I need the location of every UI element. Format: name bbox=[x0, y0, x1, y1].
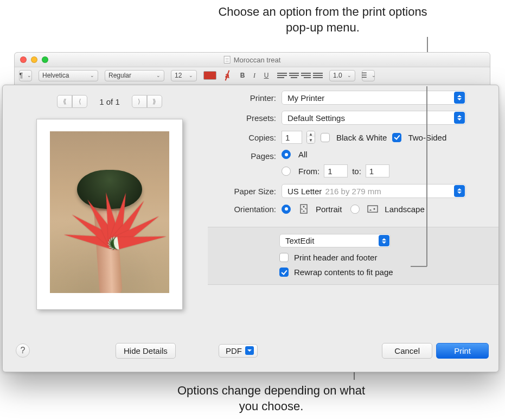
orientation-portrait-radio[interactable] bbox=[282, 205, 291, 214]
document-title: Moroccan treat bbox=[224, 56, 281, 64]
document-icon bbox=[224, 56, 231, 63]
last-page-button[interactable]: ⟫ bbox=[147, 95, 162, 108]
orientation-landscape-option[interactable]: Landscape bbox=[350, 204, 424, 214]
italic-button[interactable]: I bbox=[250, 72, 259, 80]
chevron-updown-icon: ⌄ bbox=[347, 73, 351, 78]
black-white-checkbox[interactable] bbox=[321, 133, 330, 142]
next-page-button[interactable]: ⟩ bbox=[132, 95, 147, 108]
pages-all-label: All bbox=[298, 150, 308, 159]
copies-stepper[interactable]: ▲▼ bbox=[306, 131, 315, 144]
text-format-buttons: B I U bbox=[238, 72, 271, 80]
print-options-value: TextEdit bbox=[285, 236, 314, 245]
preview-document-photo bbox=[50, 131, 169, 293]
align-right-button[interactable] bbox=[301, 72, 311, 79]
font-style-dropdown[interactable]: Regular ⌄ bbox=[105, 70, 164, 81]
orientation-landscape-label: Landscape bbox=[385, 205, 424, 214]
preview-pane: ⟪ ⟨ 1 of 1 ⟩ ⟫ bbox=[3, 85, 208, 328]
line-spacing-value: 1.0 bbox=[333, 72, 342, 79]
font-family-dropdown[interactable]: Helvetica ⌄ bbox=[39, 70, 98, 81]
align-center-button[interactable] bbox=[289, 72, 299, 79]
pages-from-label: From: bbox=[298, 167, 319, 176]
chevron-down-icon: ⌄ bbox=[372, 73, 376, 78]
header-footer-checkbox[interactable] bbox=[279, 253, 289, 262]
close-window-button[interactable] bbox=[20, 56, 27, 63]
paper-size-dimensions: 216 by 279 mm bbox=[325, 187, 381, 196]
presets-popup[interactable]: Default Settings bbox=[282, 111, 466, 125]
popup-arrows-icon bbox=[454, 112, 465, 124]
prev-page-button[interactable]: ⟨ bbox=[72, 95, 87, 108]
svg-rect-2 bbox=[368, 206, 378, 212]
underline-button[interactable]: U bbox=[262, 72, 271, 80]
font-size-dropdown[interactable]: 12 ⌄ bbox=[171, 70, 197, 81]
svg-point-1 bbox=[303, 206, 305, 208]
print-dialog: ⟪ ⟨ 1 of 1 ⟩ ⟫ bbox=[2, 85, 499, 372]
editor-toolbar: ¶ ⌄ Helvetica ⌄ Regular ⌄ 12 ⌄ a B I U bbox=[15, 67, 490, 84]
paragraph-style-dropdown[interactable]: ¶ ⌄ bbox=[19, 70, 32, 81]
callout-leader-top-extension bbox=[426, 86, 427, 266]
pages-all-radio[interactable] bbox=[282, 150, 291, 159]
paper-size-popup[interactable]: US Letter 216 by 279 mm bbox=[282, 184, 466, 198]
text-color-well[interactable] bbox=[203, 71, 216, 80]
header-footer-label: Print header and footer bbox=[294, 253, 377, 262]
zoom-window-button[interactable] bbox=[42, 56, 48, 63]
chevron-down-icon: ⌄ bbox=[27, 73, 31, 78]
printer-label: Printer: bbox=[208, 93, 282, 103]
hide-details-button[interactable]: Hide Details bbox=[116, 343, 176, 359]
alignment-buttons bbox=[277, 72, 323, 79]
portrait-icon bbox=[298, 204, 309, 214]
align-justify-button[interactable] bbox=[313, 72, 323, 79]
first-page-button[interactable]: ⟪ bbox=[57, 95, 72, 108]
print-options-popup[interactable]: TextEdit bbox=[279, 234, 391, 247]
rewrap-option[interactable]: Rewrap contents to fit page bbox=[279, 268, 498, 277]
chevron-updown-icon: ⌄ bbox=[156, 73, 161, 78]
bold-button[interactable]: B bbox=[238, 72, 247, 80]
copies-label: Copies: bbox=[208, 133, 282, 142]
pages-range-option[interactable]: From: 1 to: 1 bbox=[282, 164, 389, 177]
list-style-dropdown[interactable]: ☰ ⌄ bbox=[362, 70, 375, 81]
callout-leader-top-h bbox=[411, 266, 427, 267]
rewrap-label: Rewrap contents to fit page bbox=[294, 268, 393, 277]
window-controls bbox=[15, 56, 48, 63]
orientation-landscape-radio[interactable] bbox=[350, 205, 360, 214]
pages-all-option[interactable]: All bbox=[282, 150, 308, 159]
print-button[interactable]: Print bbox=[436, 343, 489, 359]
line-spacing-dropdown[interactable]: 1.0 ⌄ bbox=[329, 70, 355, 81]
pages-to-field[interactable]: 1 bbox=[366, 164, 389, 177]
document-title-text: Moroccan treat bbox=[234, 56, 281, 64]
list-icon: ☰ bbox=[361, 72, 367, 79]
print-settings-pane: Printer: My Printer Presets: Default Set… bbox=[208, 85, 498, 328]
help-button[interactable]: ? bbox=[16, 343, 30, 358]
highlight-color-button[interactable]: a bbox=[223, 71, 232, 80]
pages-to-label: to: bbox=[352, 167, 361, 176]
pages-from-radio[interactable] bbox=[282, 167, 291, 176]
two-sided-option[interactable]: Two-Sided bbox=[392, 133, 446, 142]
popup-arrows-icon bbox=[454, 185, 465, 197]
orientation-portrait-option[interactable]: Portrait bbox=[282, 204, 342, 214]
chevron-down-icon: ⌄ bbox=[189, 73, 193, 78]
dialog-footer: ? Hide Details PDF Cancel Print bbox=[3, 328, 498, 372]
pages-label: Pages: bbox=[208, 150, 282, 161]
paper-size-label: Paper Size: bbox=[208, 187, 282, 196]
font-style-value: Regular bbox=[108, 72, 131, 79]
print-preview-page bbox=[36, 119, 183, 310]
printer-value: My Printer bbox=[287, 93, 324, 103]
minimize-window-button[interactable] bbox=[31, 56, 37, 63]
two-sided-checkbox[interactable] bbox=[392, 133, 401, 142]
orientation-portrait-label: Portrait bbox=[316, 205, 342, 214]
presets-value: Default Settings bbox=[287, 113, 345, 123]
printer-popup[interactable]: My Printer bbox=[282, 91, 466, 105]
pages-from-field[interactable]: 1 bbox=[324, 164, 348, 177]
pdf-menu-button[interactable]: PDF bbox=[219, 344, 258, 358]
header-footer-option[interactable]: Print header and footer bbox=[279, 253, 498, 262]
print-options-panel: TextEdit Print header and footer Rewrap … bbox=[208, 227, 498, 285]
presets-label: Presets: bbox=[208, 113, 282, 123]
paragraph-glyph: ¶ bbox=[20, 72, 23, 79]
chevron-down-icon bbox=[245, 346, 254, 355]
cancel-button[interactable]: Cancel bbox=[382, 343, 432, 359]
rewrap-checkbox[interactable] bbox=[279, 268, 289, 277]
svg-point-3 bbox=[374, 208, 375, 210]
callout-bottom: Options change depending on what you cho… bbox=[174, 383, 369, 414]
copies-field[interactable]: 1 bbox=[282, 131, 302, 144]
align-left-button[interactable] bbox=[277, 72, 287, 79]
black-white-option[interactable]: Black & White bbox=[321, 133, 387, 142]
